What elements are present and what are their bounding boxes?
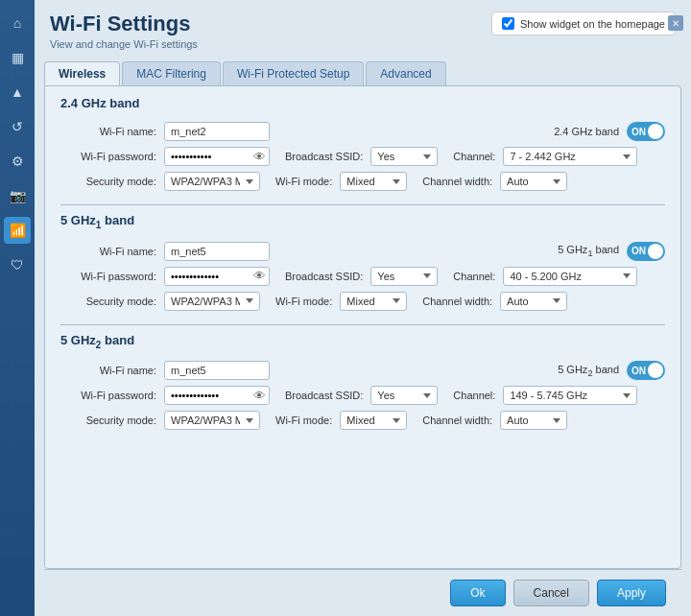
content-area: 2.4 GHz band Wi-Fi name: 2.4 GHz band ON… <box>44 85 681 569</box>
sidebar-icon-wifi[interactable]: 📶 <box>4 217 31 244</box>
broadcast-ssid-select-5ghz1[interactable]: YesNo <box>370 267 438 286</box>
toggle-knob-5ghz1 <box>648 244 663 259</box>
wifi-mode-group-2ghz: Wi-Fi mode: MixedB onlyG onlyN only <box>275 172 407 191</box>
tab-advanced[interactable]: Advanced <box>366 61 445 85</box>
security-mode-select-2ghz[interactable]: WPA2/WPA3 Mixed Pr WPA2 WPA3 None <box>164 172 260 191</box>
security-mode-label-5ghz1: Security mode: <box>60 296 156 307</box>
tab-wifi-protected[interactable]: Wi-Fi Protected Setup <box>223 61 364 85</box>
wifi-password-label-5ghz1: Wi-Fi password: <box>60 271 156 282</box>
wifi-mode-select-2ghz[interactable]: MixedB onlyG onlyN only <box>340 172 407 191</box>
wifi-password-row-2ghz: Wi-Fi password: 👁 Broadcast SSID: YesNo … <box>60 147 665 166</box>
main-content: ✕ Wi-Fi Settings View and change Wi-Fi s… <box>35 0 691 616</box>
security-mode-row-5ghz2: Security mode: WPA2/WPA3 Mixed Pr WPA2 W… <box>60 411 665 430</box>
channel-width-group-5ghz1: Channel width: Auto20 MHz40 MHz80 MHz <box>422 292 567 311</box>
channel-group-5ghz1: Channel: 40 - 5.200 GHz 36 - 5.180 GHz 4… <box>453 267 637 286</box>
channel-select-5ghz1[interactable]: 40 - 5.200 GHz 36 - 5.180 GHz 44 - 5.220… <box>503 267 637 286</box>
broadcast-ssid-label-5ghz1: Broadcast SSID: <box>285 271 363 282</box>
widget-checkbox-input[interactable] <box>502 17 514 30</box>
band-toggle-5ghz2[interactable]: ON <box>627 361 665 380</box>
broadcast-ssid-group-5ghz2: Broadcast SSID: YesNo <box>285 386 438 405</box>
pw-wrapper-5ghz1: 👁 <box>164 267 270 286</box>
broadcast-ssid-select-2ghz[interactable]: YesNo <box>370 147 438 166</box>
band-section-5ghz2: 5 GHz2 band Wi-Fi name: 5 GHz2 band ON W… <box>60 333 665 431</box>
eye-icon-2ghz[interactable]: 👁 <box>253 150 266 164</box>
wifi-name-input-5ghz2[interactable] <box>164 361 270 380</box>
sidebar-icon-alert[interactable]: ▲ <box>4 79 31 106</box>
sidebar-icon-home[interactable]: ⌂ <box>4 10 31 36</box>
band-toggle-label-5ghz2: 5 GHz2 band <box>558 364 619 378</box>
band-toggle-label-5ghz1: 5 GHz1 band <box>558 244 619 258</box>
channel-width-select-5ghz2[interactable]: Auto20 MHz40 MHz80 MHz <box>500 411 567 430</box>
wifi-name-input-2ghz[interactable] <box>164 122 270 141</box>
wifi-mode-label-2ghz: Wi-Fi mode: <box>275 176 332 187</box>
toggle-on-label-5ghz2: ON <box>631 366 646 376</box>
broadcast-ssid-group-2ghz: Broadcast SSID: YesNo <box>285 147 438 166</box>
band-section-5ghz1: 5 GHz1 band Wi-Fi name: 5 GHz1 band ON W… <box>60 213 665 311</box>
widget-checkbox-label[interactable]: Show widget on the homepage <box>491 12 676 36</box>
channel-select-5ghz2[interactable]: 149 - 5.745 GHz 153 - 5.765 GHz Auto <box>503 386 637 405</box>
wifi-mode-select-5ghz2[interactable]: MixedA onlyN onlyAC only <box>340 411 407 430</box>
sidebar-icon-shield[interactable]: 🛡 <box>4 251 31 278</box>
channel-width-select-2ghz[interactable]: Auto20 MHz40 MHz <box>500 172 567 191</box>
wifi-name-row-5ghz1: Wi-Fi name: 5 GHz1 band ON <box>60 242 665 261</box>
security-mode-select-5ghz1[interactable]: WPA2/WPA3 Mixed Pr WPA2 WPA3 None <box>164 292 260 311</box>
security-mode-row-5ghz1: Security mode: WPA2/WPA3 Mixed Pr WPA2 W… <box>60 292 665 311</box>
channel-width-label-5ghz2: Channel width: <box>422 415 492 426</box>
security-mode-label-5ghz2: Security mode: <box>60 415 156 426</box>
band-toggle-2ghz[interactable]: ON <box>627 122 665 141</box>
wifi-mode-label-5ghz1: Wi-Fi mode: <box>275 296 332 307</box>
wifi-name-row-5ghz2: Wi-Fi name: 5 GHz2 band ON <box>60 361 665 380</box>
band-toggle-area-5ghz1: 5 GHz1 band ON <box>558 242 665 261</box>
footer: Ok Cancel Apply <box>44 569 681 616</box>
channel-label-5ghz1: Channel: <box>453 271 495 282</box>
tab-mac-filtering[interactable]: MAC Filtering <box>122 61 221 85</box>
wifi-password-label-2ghz: Wi-Fi password: <box>60 151 156 162</box>
wifi-mode-label-5ghz2: Wi-Fi mode: <box>275 415 332 426</box>
toggle-knob-5ghz2 <box>648 363 663 378</box>
sidebar-icon-camera[interactable]: 📷 <box>4 182 31 209</box>
band-toggle-5ghz1[interactable]: ON <box>627 242 665 261</box>
title-section: Wi-Fi Settings View and change Wi-Fi set… <box>50 12 198 50</box>
wifi-mode-group-5ghz1: Wi-Fi mode: MixedA onlyN onlyAC only <box>275 292 407 311</box>
wifi-name-row-2ghz: Wi-Fi name: 2.4 GHz band ON <box>60 122 665 141</box>
channel-width-label-2ghz: Channel width: <box>422 176 492 187</box>
sidebar-icon-image[interactable]: ▦ <box>4 44 31 71</box>
band-title-5ghz2: 5 GHz2 band <box>60 333 665 354</box>
wifi-mode-group-5ghz2: Wi-Fi mode: MixedA onlyN onlyAC only <box>275 411 407 430</box>
security-mode-row-2ghz: Security mode: WPA2/WPA3 Mixed Pr WPA2 W… <box>60 172 665 191</box>
wifi-name-label-5ghz1: Wi-Fi name: <box>60 246 156 257</box>
band-toggle-area-5ghz2: 5 GHz2 band ON <box>558 361 665 380</box>
cancel-button[interactable]: Cancel <box>513 580 589 606</box>
security-mode-select-5ghz2[interactable]: WPA2/WPA3 Mixed Pr WPA2 WPA3 None <box>164 411 260 430</box>
channel-label-5ghz2: Channel: <box>453 390 495 401</box>
wifi-mode-select-5ghz1[interactable]: MixedA onlyN onlyAC only <box>340 292 407 311</box>
band-title-5ghz1: 5 GHz1 band <box>60 213 665 234</box>
eye-icon-5ghz1[interactable]: 👁 <box>253 269 266 283</box>
toggle-knob-2ghz <box>648 124 663 139</box>
apply-button[interactable]: Apply <box>597 580 666 606</box>
close-button[interactable]: ✕ <box>668 15 683 31</box>
broadcast-ssid-select-5ghz2[interactable]: YesNo <box>370 386 438 405</box>
wifi-password-row-5ghz1: Wi-Fi password: 👁 Broadcast SSID: YesNo … <box>60 267 665 286</box>
channel-width-group-2ghz: Channel width: Auto20 MHz40 MHz <box>422 172 567 191</box>
channel-label-2ghz: Channel: <box>453 151 495 162</box>
broadcast-ssid-label-5ghz2: Broadcast SSID: <box>285 390 363 401</box>
band-toggle-area-2ghz: 2.4 GHz band ON <box>554 122 665 141</box>
tab-wireless[interactable]: Wireless <box>44 61 120 85</box>
ok-button[interactable]: Ok <box>450 580 505 606</box>
channel-width-select-5ghz1[interactable]: Auto20 MHz40 MHz80 MHz <box>500 292 567 311</box>
sidebar-icon-settings[interactable]: ⚙ <box>4 148 31 175</box>
broadcast-ssid-label-2ghz: Broadcast SSID: <box>285 151 363 162</box>
channel-select-2ghz[interactable]: 7 - 2.442 GHz 1 - 2.412 GHz 6 - 2.437 GH… <box>503 147 637 166</box>
pw-wrapper-5ghz2: 👁 <box>164 386 270 405</box>
eye-icon-5ghz2[interactable]: 👁 <box>253 389 266 403</box>
channel-group-5ghz2: Channel: 149 - 5.745 GHz 153 - 5.765 GHz… <box>453 386 637 405</box>
pw-wrapper-2ghz: 👁 <box>164 147 270 166</box>
channel-width-group-5ghz2: Channel width: Auto20 MHz40 MHz80 MHz <box>422 411 567 430</box>
sidebar-icon-refresh[interactable]: ↺ <box>4 113 31 140</box>
wifi-password-row-5ghz2: Wi-Fi password: 👁 Broadcast SSID: YesNo … <box>60 386 665 405</box>
channel-group-2ghz: Channel: 7 - 2.442 GHz 1 - 2.412 GHz 6 -… <box>453 147 637 166</box>
wifi-name-input-5ghz1[interactable] <box>164 242 270 261</box>
sidebar: ⌂ ▦ ▲ ↺ ⚙ 📷 📶 🛡 <box>0 0 35 616</box>
tabs-container: Wireless MAC Filtering Wi-Fi Protected S… <box>44 61 681 85</box>
